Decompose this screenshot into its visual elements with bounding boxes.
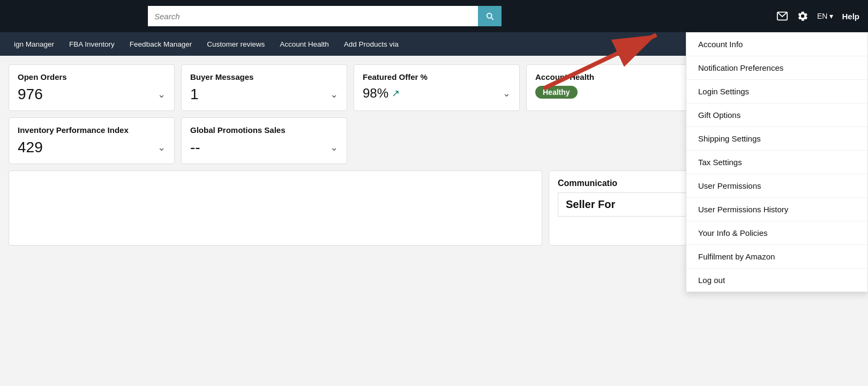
top-bar: EN ▾ Help xyxy=(0,0,868,32)
lang-label: EN xyxy=(817,12,827,20)
widget-buyer-messages-label: Buyer Messages xyxy=(190,72,338,81)
widget-buyer-messages-value-row: 1 ⌄ xyxy=(190,86,338,103)
widget-featured-offer-value: 98% ↗ xyxy=(363,86,400,101)
dropdown-notification-prefs[interactable]: Notification Preferences xyxy=(686,56,867,80)
global-promotions-chevron[interactable]: ⌄ xyxy=(330,142,338,153)
settings-dropdown: Account Info Notification Preferences Lo… xyxy=(686,32,868,292)
widget-open-orders: Open Orders 976 ⌄ xyxy=(9,64,175,111)
widget-inventory-performance: Inventory Performance Index 429 ⌄ xyxy=(9,117,175,164)
widget-account-health-label: Account Health xyxy=(535,72,683,81)
widget-inventory-label: Inventory Performance Index xyxy=(18,125,166,135)
featured-offer-chevron[interactable]: ⌄ xyxy=(503,87,511,99)
widget-open-orders-value: 976 xyxy=(18,86,43,103)
widget-account-health-value-row: Healthy xyxy=(535,86,683,99)
widget-global-promotions: Global Promotions Sales -- ⌄ xyxy=(181,117,347,164)
nav-item-addproducts[interactable]: Add Products via xyxy=(336,32,406,56)
dropdown-login-settings[interactable]: Login Settings xyxy=(686,80,867,103)
widget-inventory-value-row: 429 ⌄ xyxy=(18,139,166,156)
dropdown-logout[interactable]: Log out xyxy=(686,269,867,292)
buyer-messages-chevron[interactable]: ⌄ xyxy=(330,88,338,100)
nav-item-fba[interactable]: FBA Inventory xyxy=(62,32,122,56)
help-link[interactable]: Help xyxy=(842,12,859,21)
settings-icon[interactable] xyxy=(797,10,809,22)
widget-global-promotions-value: -- xyxy=(190,139,200,156)
search-input[interactable] xyxy=(148,6,478,26)
widget-featured-offer: Featured Offer % 98% ↗ ⌄ xyxy=(354,64,520,111)
healthy-badge: Healthy xyxy=(535,86,578,99)
widget-featured-offer-label: Featured Offer % xyxy=(363,72,511,81)
lang-chevron: ▾ xyxy=(829,12,833,20)
nav-item-reviews[interactable]: Customer reviews xyxy=(199,32,272,56)
dropdown-shipping-settings[interactable]: Shipping Settings xyxy=(686,127,867,151)
open-orders-chevron[interactable]: ⌄ xyxy=(158,88,166,100)
widget-inventory-value: 429 xyxy=(18,139,43,156)
dropdown-fulfilment-amazon[interactable]: Fulfilment by Amazon xyxy=(686,245,867,269)
dropdown-user-permissions[interactable]: User Permissions xyxy=(686,174,867,198)
widget-global-promotions-value-row: -- ⌄ xyxy=(190,139,338,156)
widget-buyer-messages-value: 1 xyxy=(190,86,199,103)
dropdown-account-info[interactable]: Account Info xyxy=(686,33,867,56)
language-selector[interactable]: EN ▾ xyxy=(817,12,833,20)
dropdown-user-permissions-history[interactable]: User Permissions History xyxy=(686,198,867,221)
widget-global-promotions-label: Global Promotions Sales xyxy=(190,125,338,135)
trend-up-icon: ↗ xyxy=(392,87,400,99)
search-container xyxy=(148,6,502,26)
widget-account-health: Account Health Healthy xyxy=(526,64,692,111)
dropdown-tax-settings[interactable]: Tax Settings xyxy=(686,151,867,174)
widget-buyer-messages: Buyer Messages 1 ⌄ xyxy=(181,64,347,111)
inventory-chevron[interactable]: ⌄ xyxy=(158,142,166,153)
widget-open-orders-label: Open Orders xyxy=(18,72,166,81)
nav-item-campaign[interactable]: ign Manager xyxy=(6,32,62,56)
widget-featured-offer-value-row: 98% ↗ ⌄ xyxy=(363,86,511,101)
bottom-card-left xyxy=(9,170,542,246)
top-right-actions: EN ▾ Help xyxy=(776,10,859,22)
nav-item-feedback[interactable]: Feedback Manager xyxy=(122,32,199,56)
widget-open-orders-value-row: 976 ⌄ xyxy=(18,86,166,103)
dropdown-gift-options[interactable]: Gift Options xyxy=(686,103,867,127)
dropdown-your-info-policies[interactable]: Your Info & Policies xyxy=(686,221,867,245)
search-button[interactable] xyxy=(478,6,502,26)
search-icon xyxy=(485,11,495,21)
mail-icon[interactable] xyxy=(776,10,788,22)
nav-item-health[interactable]: Account Health xyxy=(272,32,336,56)
